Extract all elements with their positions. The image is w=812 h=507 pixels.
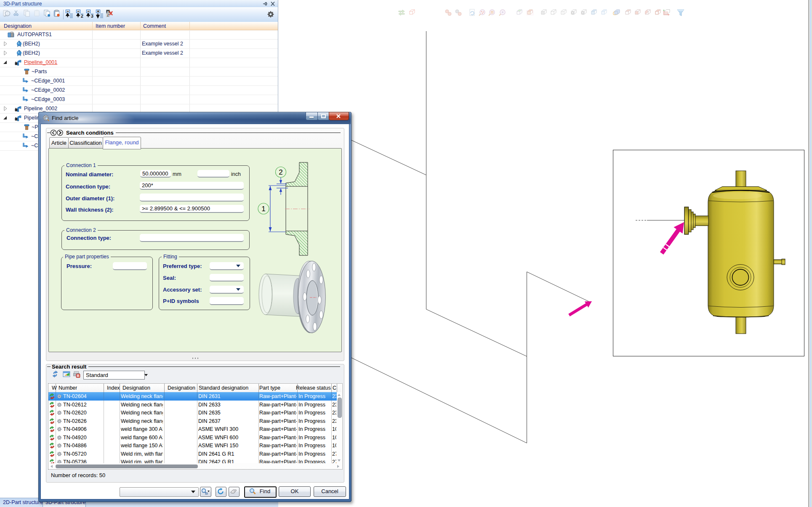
svg-text:3: 3 bbox=[91, 13, 93, 19]
svg-text:2: 2 bbox=[279, 168, 282, 176]
svg-text:Q: Q bbox=[582, 11, 584, 15]
svg-text:Z: Z bbox=[107, 13, 109, 17]
svg-text:2: 2 bbox=[81, 13, 83, 19]
svg-text:B: B bbox=[77, 374, 79, 378]
svg-text:1: 1 bbox=[261, 205, 265, 213]
svg-text:Q: Q bbox=[572, 11, 574, 15]
